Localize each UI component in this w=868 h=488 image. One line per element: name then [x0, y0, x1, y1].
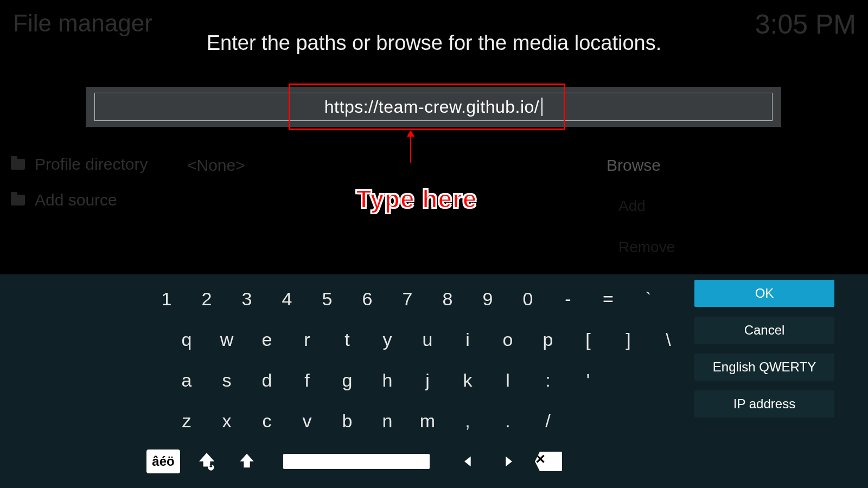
key-q[interactable]: q	[167, 321, 207, 359]
keyboard-row-4: zxcvbnm,./	[167, 401, 711, 441]
key-][interactable]: ]	[608, 321, 648, 359]
keyboard-keys: 1234567890-=` qwertyuiop[]\ asdfghjkl:' …	[146, 279, 711, 441]
bg-none-label: <None>	[187, 156, 245, 175]
key-0[interactable]: 0	[508, 280, 548, 318]
backspace-icon: ✕	[535, 452, 562, 471]
key-u[interactable]: u	[407, 321, 448, 359]
key-shift-lock[interactable]	[187, 446, 227, 477]
path-input-value: https://team-crew.github.io/	[324, 97, 539, 117]
key-r[interactable]: r	[287, 321, 327, 359]
key-7[interactable]: 7	[387, 280, 427, 318]
bg-sidebar-add-source: Add source	[11, 191, 117, 209]
bg-sidebar-label: Profile directory	[35, 155, 148, 174]
key-shift[interactable]	[227, 446, 267, 477]
key-o[interactable]: o	[488, 321, 528, 359]
keyboard-bottom-row: âéö ✕	[146, 444, 711, 479]
key-arrow-right[interactable]	[488, 446, 528, 477]
key-=[interactable]: =	[588, 280, 628, 318]
path-input-container: https://team-crew.github.io/	[86, 87, 781, 127]
key-4[interactable]: 4	[267, 280, 307, 318]
key-d[interactable]: d	[247, 362, 287, 400]
key-:[interactable]: :	[528, 362, 568, 400]
key-k[interactable]: k	[448, 362, 488, 400]
key-b[interactable]: b	[327, 402, 367, 440]
arrow-right-icon	[501, 454, 516, 469]
keyboard-row-2: qwertyuiop[]\	[167, 319, 711, 360]
key-`[interactable]: `	[628, 280, 668, 318]
key-\[interactable]: \	[648, 321, 688, 359]
on-screen-keyboard: 1234567890-=` qwertyuiop[]\ asdfghjkl:' …	[0, 274, 868, 488]
svg-point-0	[208, 465, 214, 471]
key-j[interactable]: j	[407, 362, 448, 400]
key-x[interactable]: x	[207, 402, 247, 440]
key--[interactable]: -	[548, 280, 588, 318]
shift-lock-icon	[196, 451, 217, 472]
key-1[interactable]: 1	[146, 280, 187, 318]
key-2[interactable]: 2	[187, 280, 227, 318]
key-3[interactable]: 3	[227, 280, 267, 318]
folder-icon	[11, 159, 25, 170]
key-c[interactable]: c	[247, 402, 287, 440]
keyboard-row-1: 1234567890-=`	[146, 279, 711, 319]
key-l[interactable]: l	[488, 362, 528, 400]
key-'[interactable]: '	[568, 362, 608, 400]
bg-sidebar-profile-directory: Profile directory	[11, 155, 148, 174]
key-space[interactable]	[283, 454, 430, 469]
path-input[interactable]: https://team-crew.github.io/	[94, 93, 773, 121]
arrow-left-icon	[461, 454, 476, 469]
key-,[interactable]: ,	[448, 402, 488, 440]
key-e[interactable]: e	[247, 321, 287, 359]
key-z[interactable]: z	[167, 402, 207, 440]
key-arrow-left[interactable]	[448, 446, 488, 477]
key-m[interactable]: m	[407, 402, 448, 440]
bg-sidebar-label: Add source	[35, 191, 117, 209]
key-accents[interactable]: âéö	[146, 450, 180, 473]
key-.[interactable]: .	[488, 402, 528, 440]
key-i[interactable]: i	[448, 321, 488, 359]
dialog-prompt: Enter the paths or browse for the media …	[0, 31, 868, 55]
ok-button[interactable]: OK	[694, 280, 834, 307]
layout-button[interactable]: English QWERTY	[694, 354, 834, 381]
key-t[interactable]: t	[327, 321, 367, 359]
key-w[interactable]: w	[207, 321, 247, 359]
key-f[interactable]: f	[287, 362, 327, 400]
key-8[interactable]: 8	[427, 280, 468, 318]
key-5[interactable]: 5	[307, 280, 347, 318]
key-9[interactable]: 9	[468, 280, 508, 318]
shift-icon	[238, 452, 256, 471]
key-n[interactable]: n	[367, 402, 407, 440]
ip-address-button[interactable]: IP address	[694, 390, 834, 418]
bg-browse-label: Browse	[607, 156, 661, 175]
bg-add-label: Add	[618, 197, 646, 215]
annotation-label: Type here	[0, 184, 851, 214]
key-v[interactable]: v	[287, 402, 327, 440]
text-cursor	[541, 98, 542, 116]
keyboard-row-3: asdfghjkl:'	[167, 360, 711, 401]
folder-icon	[11, 195, 25, 206]
key-a[interactable]: a	[167, 362, 207, 400]
key-/[interactable]: /	[528, 402, 568, 440]
keyboard-action-column: OK Cancel English QWERTY IP address	[694, 280, 834, 418]
bg-remove-label: Remove	[618, 239, 675, 256]
key-p[interactable]: p	[528, 321, 568, 359]
annotation-arrow	[410, 131, 411, 163]
key-g[interactable]: g	[327, 362, 367, 400]
key-s[interactable]: s	[207, 362, 247, 400]
key-y[interactable]: y	[367, 321, 407, 359]
key-h[interactable]: h	[367, 362, 407, 400]
key-[[interactable]: [	[568, 321, 608, 359]
key-6[interactable]: 6	[347, 280, 387, 318]
cancel-button[interactable]: Cancel	[694, 317, 834, 344]
key-backspace[interactable]: ✕	[528, 446, 569, 477]
